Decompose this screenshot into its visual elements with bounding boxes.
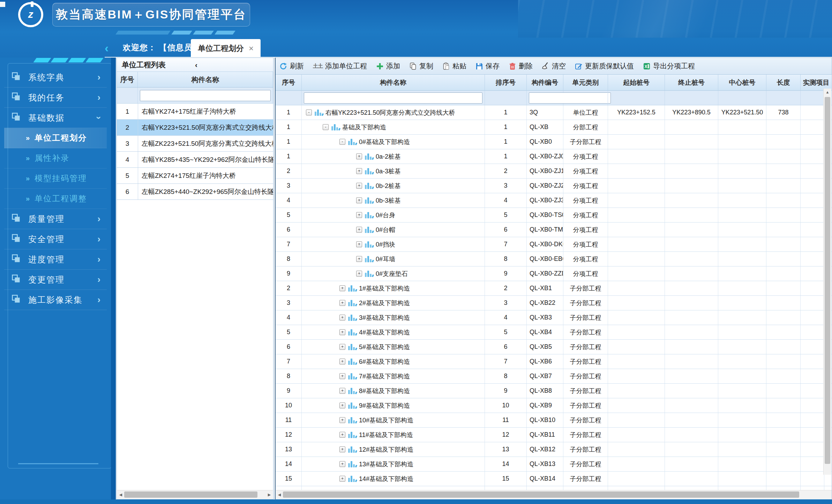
panel-collapse-icon[interactable]: ‹	[195, 61, 268, 69]
expand-toggle[interactable]: +	[339, 476, 345, 482]
add-unit-button[interactable]: 土土添加单位工程	[313, 61, 367, 71]
column-header-8[interactable]: 中心桩号	[718, 75, 766, 91]
table-row[interactable]: 15+14#基础及下部构造15QL-XB14子分部工程	[276, 472, 832, 486]
name-filter-input[interactable]	[304, 92, 482, 104]
collapse-toggle[interactable]: -	[323, 124, 329, 130]
expand-toggle[interactable]: +	[339, 461, 345, 467]
table-row[interactable]: 11+10#基础及下部构造11QL-XB10子分部工程	[276, 413, 832, 428]
table-row[interactable]: 3+2#基础及下部构造3QL-XB22子分部工程	[276, 296, 832, 310]
table-row[interactable]: 1+0a-2桩基1QL-XB0-ZJ0分项工程	[276, 149, 832, 164]
cell-5: 子分部工程	[563, 310, 608, 325]
scroll-right-icon[interactable]: ▶	[266, 492, 273, 497]
table-vscrollbar[interactable]: ▲	[823, 89, 831, 475]
left-panel-hscrollbar[interactable]: ◀ ▶	[117, 490, 273, 499]
list-item[interactable]: 5左幅ZK274+175红崖子沟特大桥	[117, 168, 273, 184]
list-item[interactable]: 3左幅ZK223+521.50阿克塞分离式立交跨线大桥	[117, 136, 273, 152]
collapse-toggle[interactable]: -	[306, 110, 312, 115]
add-button[interactable]: 添加	[376, 61, 400, 71]
table-row[interactable]: 3+0b-2桩基3QL-XB0-ZJ2分项工程	[276, 179, 832, 193]
expand-toggle[interactable]: +	[339, 359, 345, 364]
table-row[interactable]: 8+0#耳墙8QL-XB0-EBQ0分项工程	[276, 252, 832, 266]
column-header-1[interactable]: 序号	[276, 75, 302, 91]
table-row[interactable]: 4+3#基础及下部构造4QL-XB3子分部工程	[276, 310, 832, 325]
expand-toggle[interactable]: +	[356, 271, 362, 277]
table-row[interactable]: 9+8#基础及下部构造9QL-XB8子分部工程	[276, 384, 832, 398]
tab-close-icon[interactable]: ×	[249, 44, 254, 53]
scroll-left-icon[interactable]: ◀	[117, 492, 124, 497]
table-row[interactable]: 1-基础及下部构造1QL-XB分部工程	[276, 120, 832, 135]
refresh-button[interactable]: 刷新	[279, 61, 304, 71]
expand-toggle[interactable]: +	[356, 212, 362, 218]
table-hscrollbar[interactable]: ◀	[276, 490, 832, 499]
expand-toggle[interactable]: +	[356, 256, 362, 262]
expand-toggle[interactable]: +	[356, 241, 362, 247]
column-header-6[interactable]: 起始桩号	[608, 75, 665, 91]
table-row[interactable]: 9+0#支座垫石9QL-XB0-ZZDS0分项工程	[276, 266, 832, 281]
column-header-9[interactable]: 长度	[766, 75, 801, 91]
expand-toggle[interactable]: +	[339, 403, 345, 408]
row-number: 2	[117, 120, 138, 135]
expand-toggle[interactable]: +	[339, 344, 345, 350]
expand-toggle[interactable]: +	[339, 432, 345, 438]
table-row[interactable]: 14+13#基础及下部构造14QL-XB13子分部工程	[276, 457, 832, 472]
column-header-7[interactable]: 终止桩号	[665, 75, 718, 91]
table-row[interactable]: 10+9#基础及下部构造10QL-XB9子分部工程	[276, 398, 832, 413]
expand-toggle[interactable]: +	[339, 300, 345, 306]
expand-toggle[interactable]: +	[339, 373, 345, 379]
collapse-toggle[interactable]: -	[339, 139, 345, 145]
expand-toggle[interactable]: +	[356, 168, 362, 174]
bottom-strip	[0, 499, 832, 504]
column-header-5[interactable]: 单元类别	[563, 75, 608, 91]
row-name: 14#基础及下部构造	[359, 475, 413, 483]
table-row[interactable]: 6+5#基础及下部构造6QL-XB5子分部工程	[276, 340, 832, 354]
column-header-no[interactable]: 序号	[117, 72, 138, 87]
expand-toggle[interactable]: +	[339, 388, 345, 394]
vscroll-thumb[interactable]	[825, 97, 830, 464]
hscroll-thumb[interactable]	[283, 491, 799, 498]
expand-toggle[interactable]: +	[356, 153, 362, 159]
copy-button[interactable]: 复制	[409, 61, 433, 71]
column-header-4[interactable]: 构件编号	[527, 75, 563, 91]
expand-toggle[interactable]: +	[339, 329, 345, 335]
export-button[interactable]: X导出分项工程	[643, 61, 695, 71]
column-header-3[interactable]: 排序号	[485, 75, 527, 91]
table-row[interactable]: 1-0#基础及下部构造1QL-XB0子分部工程	[276, 135, 832, 149]
table-row[interactable]: 5+0#台身5QL-XB0-TS0分项工程	[276, 208, 832, 223]
expand-toggle[interactable]: +	[339, 446, 345, 452]
table-row[interactable]: 6+0#台帽6QL-XB0-TM0分项工程	[276, 223, 832, 237]
table-row[interactable]: 4+0b-3桩基4QL-XB0-ZJ3分项工程	[276, 193, 832, 208]
table-row[interactable]: 1-右幅YK223+521.50阿克塞分离式立交跨线大桥13Q单位工程YK223…	[276, 105, 832, 120]
tab-scroll-left-icon[interactable]: ‹	[105, 42, 108, 54]
table-row[interactable]: 12+11#基础及下部构造12QL-XB11子分部工程	[276, 428, 832, 442]
cell-4: QL-XB14	[527, 472, 563, 486]
list-item[interactable]: 2右幅YK223+521.50阿克塞分离式立交跨线大桥	[117, 120, 273, 136]
left-name-filter-input[interactable]	[140, 90, 271, 101]
list-item[interactable]: 6左幅ZK285+440~ZK292+965阿尔金山特长隧道	[117, 184, 273, 200]
update-default-button[interactable]: 更新质保默认值	[575, 61, 634, 71]
expand-toggle[interactable]: +	[339, 417, 345, 423]
table-row[interactable]: 7+0#挡块7QL-XB0-DK0分项工程	[276, 237, 832, 252]
expand-toggle[interactable]: +	[356, 227, 362, 233]
column-header-2[interactable]: 构件名称	[302, 75, 485, 91]
expand-toggle[interactable]: +	[339, 285, 345, 291]
expand-toggle[interactable]: +	[339, 315, 345, 321]
list-item[interactable]: 1右幅YK274+175红崖子沟特大桥	[117, 104, 273, 120]
tab-unit-division[interactable]: 单位工程划分 ×	[191, 39, 261, 58]
scroll-up-icon[interactable]: ▲	[824, 89, 831, 96]
column-header-name[interactable]: 构件名称	[138, 72, 273, 87]
scroll-left-icon[interactable]: ◀	[276, 492, 283, 497]
table-row[interactable]: 7+6#基础及下部构造7QL-XB6子分部工程	[276, 354, 832, 369]
expand-toggle[interactable]: +	[356, 197, 362, 203]
hscroll-thumb[interactable]	[124, 491, 257, 498]
paste-button[interactable]: 粘贴	[442, 61, 466, 71]
list-item[interactable]: 4右幅YK285+435~YK292+962阿尔金山特长隧道	[117, 152, 273, 168]
table-row[interactable]: 2+0a-3桩基2QL-XB0-ZJ1分项工程	[276, 164, 832, 179]
save-button[interactable]: 保存	[475, 61, 500, 71]
table-row[interactable]: 13+12#基础及下部构造13QL-XB12子分部工程	[276, 442, 832, 457]
table-row[interactable]: 8+7#基础及下部构造8QL-XB7子分部工程	[276, 369, 832, 384]
delete-button[interactable]: 删除	[509, 61, 533, 71]
clear-button[interactable]: 清空	[542, 61, 566, 71]
expand-toggle[interactable]: +	[356, 183, 362, 189]
table-row[interactable]: 5+4#基础及下部构造5QL-XB4子分部工程	[276, 325, 832, 340]
table-row[interactable]: 2+1#基础及下部构造2QL-XB1子分部工程	[276, 281, 832, 296]
